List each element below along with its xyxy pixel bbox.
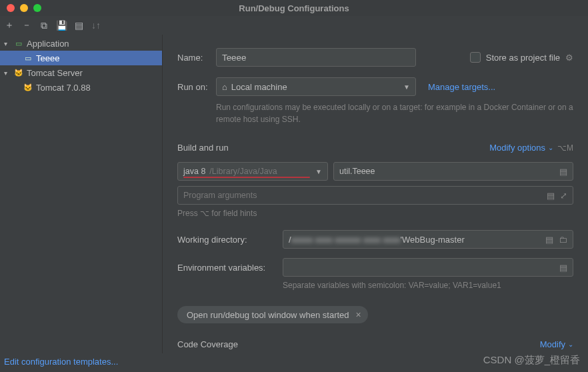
window-title: Run/Debug Configurations xyxy=(239,3,349,13)
footer: Edit configuration templates... xyxy=(4,357,118,367)
add-icon[interactable]: ＋ xyxy=(4,20,15,31)
maximize-window-icon[interactable] xyxy=(33,4,41,12)
modify-coverage-link[interactable]: Modify ⌄ xyxy=(540,339,573,349)
program-arguments-placeholder: Program arguments xyxy=(183,191,257,200)
sidebar: ▾ ▭ Application ▭ Teeee ▾ 🐱 Tomcat Serve… xyxy=(0,35,163,353)
shortcut-hint: ⌥M xyxy=(557,143,573,153)
gear-icon[interactable]: ⚙ xyxy=(565,53,573,63)
folder-icon[interactable]: ▤ xyxy=(73,20,84,31)
chevron-down-icon: ▼ xyxy=(315,168,322,175)
checkbox-icon[interactable] xyxy=(470,52,481,63)
tomcat-icon: 🐱 xyxy=(13,68,24,77)
jdk-select[interactable]: java 8 /Library/Java/Java ▼ xyxy=(177,162,328,181)
folder-icon[interactable]: 🗀 xyxy=(559,235,567,245)
sidebar-item-label: Tomcat 7.0.88 xyxy=(36,83,91,93)
name-label: Name: xyxy=(177,53,216,63)
env-hint: Separate variables with semicolon: VAR=v… xyxy=(283,281,573,290)
sidebar-item-teeee[interactable]: ▭ Teeee xyxy=(0,51,162,65)
chevron-down-icon: ▾ xyxy=(4,69,13,77)
sort-icon[interactable]: ↓↑ xyxy=(91,20,101,31)
workdir-input[interactable]: /xxxxx xxxx xxxxxx xxxx xxxx'WebBug-mast… xyxy=(283,230,573,249)
config-tree: ▾ ▭ Application ▭ Teeee ▾ 🐱 Tomcat Serve… xyxy=(0,35,162,353)
jdk-version: java 8 xyxy=(183,167,205,176)
copy-icon[interactable]: ⧉ xyxy=(39,20,49,31)
manage-targets-link[interactable]: Manage targets... xyxy=(428,82,495,92)
titlebar: Run/Debug Configurations xyxy=(0,0,588,16)
runon-label: Run on: xyxy=(177,82,216,92)
chevron-down-icon: ⌄ xyxy=(568,341,573,348)
sidebar-item-application[interactable]: ▾ ▭ Application xyxy=(0,36,162,51)
code-coverage-section: Code Coverage Modify ⌄ Packages and clas… xyxy=(177,339,573,353)
toolbar: ＋ － ⧉ 💾 ▤ ↓↑ xyxy=(0,16,588,35)
modify-options-link[interactable]: Modify options ⌄ xyxy=(489,143,553,153)
runon-value: Local machine xyxy=(231,82,287,92)
expand-icon[interactable]: ▤ xyxy=(545,235,553,245)
program-arguments-input[interactable]: Program arguments ▤⤢ xyxy=(177,186,573,205)
fullscreen-icon[interactable]: ⤢ xyxy=(560,191,567,201)
field-hint: Press ⌥ for field hints xyxy=(177,209,573,218)
sidebar-item-tomcat7[interactable]: 🐱 Tomcat 7.0.88 xyxy=(0,80,162,95)
name-input[interactable] xyxy=(216,48,416,67)
expand-icon[interactable]: ▤ xyxy=(559,167,567,177)
section-title: Build and run xyxy=(177,143,229,153)
chip-label: Open run/debug tool window when started xyxy=(187,310,349,320)
runon-hint: Run configurations may be executed local… xyxy=(216,101,573,125)
watermark: CSDN @菠萝_橙留香 xyxy=(483,354,580,367)
minimize-window-icon[interactable] xyxy=(20,4,28,12)
application-icon: ▭ xyxy=(23,53,33,63)
redacted-path: xxxxx xxxx xxxxxx xxxx xxxx xyxy=(291,235,401,245)
main-class-input[interactable]: util.Teeee ▤ xyxy=(333,162,573,181)
expand-icon[interactable]: ▤ xyxy=(559,263,567,273)
home-icon: ⌂ xyxy=(222,82,227,92)
content-panel: Name: Store as project file ⚙ Run on: ⌂L… xyxy=(163,35,588,353)
jdk-path: /Library/Java/Java xyxy=(209,167,277,176)
sidebar-item-label: Teeee xyxy=(36,53,59,63)
store-as-project-file[interactable]: Store as project file ⚙ xyxy=(470,52,573,63)
workdir-label: Working directory: xyxy=(177,235,283,245)
tomcat-icon: 🐱 xyxy=(23,83,33,92)
coverage-title: Code Coverage xyxy=(177,339,238,349)
env-input[interactable]: ▤ xyxy=(283,258,573,277)
edit-templates-link[interactable]: Edit configuration templates... xyxy=(4,357,118,367)
window-traffic-lights xyxy=(0,4,41,12)
runon-select[interactable]: ⌂Local machine ▼ xyxy=(216,77,416,96)
main-class-value: util.Teeee xyxy=(339,167,375,176)
build-and-run-section: Build and run Modify options ⌄ ⌥M java 8… xyxy=(177,143,573,323)
open-tool-window-chip[interactable]: Open run/debug tool window when started … xyxy=(177,306,368,323)
sidebar-item-label: Tomcat Server xyxy=(27,68,83,78)
sidebar-item-tomcat-server[interactable]: ▾ 🐱 Tomcat Server xyxy=(0,65,162,80)
chevron-down-icon: ⌄ xyxy=(548,144,553,151)
close-window-icon[interactable] xyxy=(7,4,15,12)
sidebar-item-label: Application xyxy=(27,39,69,49)
close-icon[interactable]: × xyxy=(356,309,361,320)
remove-icon[interactable]: － xyxy=(21,20,32,31)
expand-icon[interactable]: ▤ xyxy=(547,191,555,201)
save-icon[interactable]: 💾 xyxy=(56,20,67,31)
env-label: Environment variables: xyxy=(177,263,283,273)
application-icon: ▭ xyxy=(13,39,24,48)
store-label: Store as project file xyxy=(486,53,560,63)
chevron-down-icon: ▼ xyxy=(403,83,410,91)
chevron-down-icon: ▾ xyxy=(4,40,13,47)
